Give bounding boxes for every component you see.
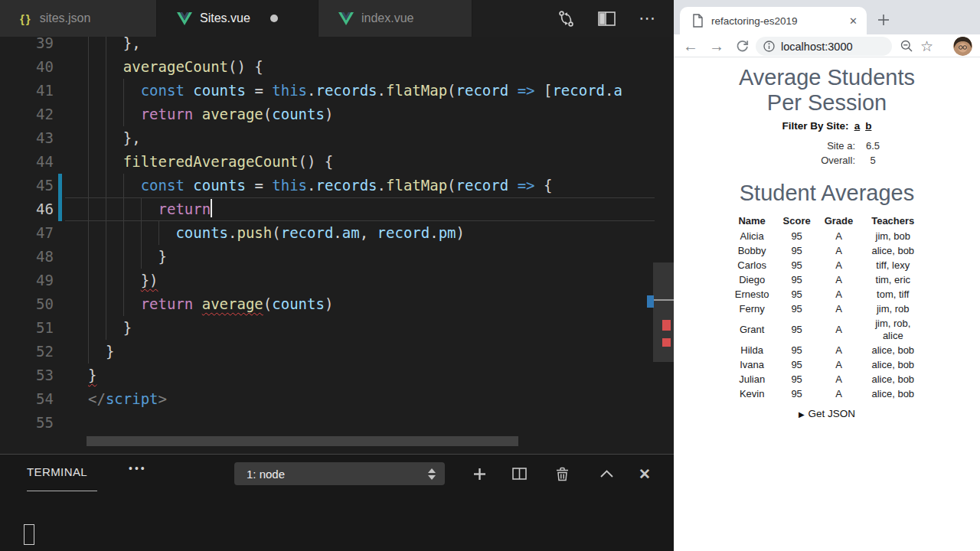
- open-changes-icon[interactable]: [557, 10, 575, 28]
- tab-label: index.vue: [361, 11, 414, 25]
- code-token: .: [377, 82, 386, 99]
- zoom-out-icon[interactable]: [898, 34, 915, 57]
- tab-index-vue[interactable]: index.vue: [318, 0, 472, 37]
- table-row: Hilda95Aalice, bob: [728, 343, 926, 357]
- code-token: }: [88, 319, 132, 336]
- code-token: =>: [518, 177, 535, 194]
- code-line[interactable]: 51 }: [0, 316, 674, 340]
- code-line[interactable]: 42 return average(counts): [0, 103, 674, 126]
- code-token: (: [447, 82, 456, 99]
- code-line[interactable]: 45 const counts = this.records.flatMap(r…: [0, 174, 674, 197]
- split-terminal-icon[interactable]: [508, 462, 531, 485]
- line-content: }: [88, 245, 167, 269]
- get-json-summary[interactable]: ▶Get JSON: [674, 408, 980, 419]
- code-token: },: [88, 37, 141, 51]
- table-cell: Diego: [728, 272, 776, 287]
- table-cell: tim, eric: [860, 272, 926, 287]
- code-line[interactable]: 39 },: [0, 37, 674, 55]
- web-page: Average Students Per Session Filter By S…: [674, 57, 980, 551]
- stats-row: Overall:5: [763, 153, 890, 168]
- table-cell: A: [818, 316, 861, 343]
- forward-icon[interactable]: →: [707, 34, 726, 57]
- code-editor[interactable]: 39 },40 averageCount() {41 const counts …: [0, 37, 674, 454]
- table-cell: 95: [776, 272, 818, 287]
- profile-avatar[interactable]: [953, 37, 972, 56]
- code-token: filteredAverageCount: [123, 153, 299, 170]
- table-cell: Alicia: [728, 229, 776, 243]
- error-squiggle-token: average: [202, 295, 263, 312]
- terminal-picker-value: 1: node: [247, 468, 428, 481]
- horizontal-scrollbar[interactable]: [87, 436, 518, 446]
- split-editor-icon[interactable]: [598, 11, 616, 26]
- table-cell: A: [818, 357, 861, 372]
- terminal-picker-dropdown[interactable]: 1: node: [234, 462, 445, 485]
- details-marker-icon: ▶: [799, 410, 805, 419]
- code-token: .: [430, 224, 438, 241]
- document-icon: [692, 14, 704, 28]
- code-token: script: [106, 390, 158, 407]
- code-token: .: [228, 224, 237, 241]
- table-cell: alice, bob: [860, 386, 926, 401]
- terminal-tab[interactable]: TERMINAL: [27, 465, 87, 478]
- code-line[interactable]: 47 counts.push(record.am, record.pm): [0, 221, 674, 245]
- close-panel-icon[interactable]: ✕: [633, 462, 656, 485]
- terminal-cursor[interactable]: [24, 524, 34, 545]
- code-token: [: [535, 82, 553, 99]
- code-token: push: [237, 224, 272, 241]
- panel-more-icon[interactable]: •••: [129, 462, 147, 474]
- line-number: 46: [0, 197, 54, 221]
- code-token: () {: [299, 153, 334, 170]
- filter-link[interactable]: b: [865, 120, 871, 132]
- code-line[interactable]: 41 const counts = this.records.flatMap(r…: [0, 79, 674, 103]
- code-line[interactable]: 40 averageCount() {: [0, 55, 674, 79]
- table-cell: alice, bob: [860, 357, 926, 372]
- code-line[interactable]: 55: [0, 411, 674, 435]
- address-bar[interactable]: localhost:3000: [756, 37, 892, 56]
- info-icon[interactable]: [763, 41, 775, 52]
- code-token: a: [614, 82, 622, 99]
- page-heading-student-averages: Student Averages: [738, 181, 916, 206]
- kill-terminal-icon[interactable]: [550, 462, 573, 485]
- get-json-label: Get JSON: [808, 408, 856, 419]
- stats-label: Site a:: [763, 139, 855, 153]
- overview-error-marker: [662, 320, 671, 331]
- code-token: [88, 295, 141, 312]
- close-tab-icon[interactable]: ✕: [849, 15, 858, 27]
- code-line[interactable]: 44 filteredAverageCount() {: [0, 150, 674, 174]
- code-token: [88, 58, 123, 75]
- dropdown-arrows-icon: [428, 468, 436, 480]
- browser-tab[interactable]: refactoring-es2019 ✕: [680, 7, 867, 34]
- new-terminal-icon[interactable]: [468, 462, 491, 485]
- modified-dot-icon[interactable]: [270, 15, 278, 22]
- code-line[interactable]: 48 }: [0, 245, 674, 269]
- code-line[interactable]: 50 return average(counts): [0, 292, 674, 316]
- table-cell: A: [818, 272, 861, 287]
- more-actions-icon[interactable]: ⋯: [639, 0, 657, 37]
- code-token: const: [141, 177, 185, 194]
- maximize-panel-icon[interactable]: [595, 462, 618, 485]
- table-cell: jim, rob: [860, 302, 926, 316]
- stats-value: 6.5: [855, 139, 890, 153]
- code-line[interactable]: 53}: [0, 364, 674, 387]
- code-token: counts: [193, 177, 246, 194]
- vertical-scrollbar[interactable]: [653, 262, 674, 362]
- table-cell: 95: [776, 343, 818, 357]
- code-line[interactable]: 52 }: [0, 340, 674, 364]
- code-line[interactable]: 49 }): [0, 269, 674, 292]
- bookmark-star-icon[interactable]: ☆: [920, 34, 933, 57]
- table-cell: 95: [776, 372, 818, 386]
- tab-sites-json[interactable]: {} sites.json: [0, 0, 157, 37]
- code-line[interactable]: 43 },: [0, 126, 674, 150]
- new-tab-icon[interactable]: [873, 9, 894, 31]
- tab-sites-vue[interactable]: Sites.vue: [157, 0, 318, 37]
- code-line[interactable]: 46 return: [0, 197, 674, 221]
- code-line[interactable]: 54</script>: [0, 387, 674, 411]
- stats-label: Overall:: [763, 153, 855, 168]
- reload-icon[interactable]: [733, 34, 751, 57]
- line-content: }: [88, 316, 132, 340]
- table-cell: A: [818, 229, 861, 243]
- code-token: record: [281, 224, 334, 241]
- back-icon[interactable]: ←: [681, 34, 700, 57]
- stats-row: Site a:6.5: [763, 139, 890, 153]
- filter-link[interactable]: a: [854, 120, 861, 132]
